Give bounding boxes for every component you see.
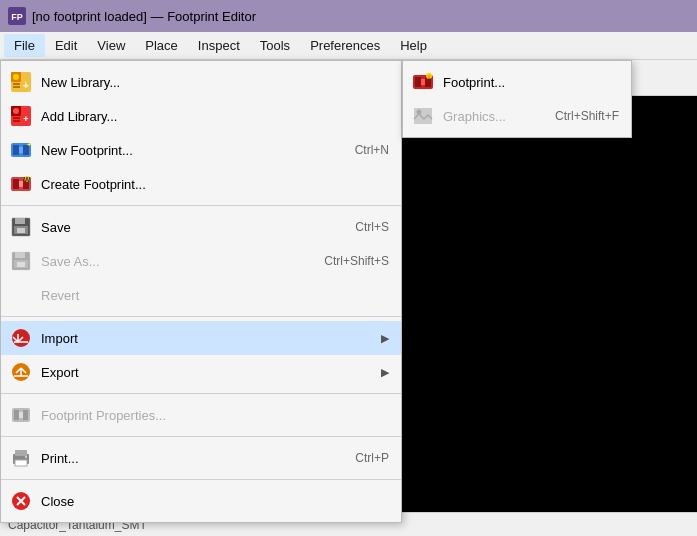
menu-edit[interactable]: Edit xyxy=(45,34,87,57)
menu-import[interactable]: Import ▶ xyxy=(1,321,401,355)
menu-export[interactable]: Export ▶ xyxy=(1,355,401,389)
create-footprint-icon: W xyxy=(9,172,33,196)
svg-rect-17 xyxy=(13,83,20,85)
svg-point-16 xyxy=(13,74,19,80)
import-footprint-icon: ↓ xyxy=(411,70,435,94)
menu-section-properties: Footprint Properties... xyxy=(1,394,401,437)
svg-text:FP: FP xyxy=(11,12,23,22)
svg-rect-50 xyxy=(23,410,28,420)
svg-rect-60 xyxy=(415,77,421,87)
title-bar-text: [no footprint loaded] — Footprint Editor xyxy=(32,9,256,24)
svg-text:W: W xyxy=(24,176,31,183)
add-library-icon: + xyxy=(9,104,33,128)
svg-rect-22 xyxy=(13,117,20,119)
revert-icon xyxy=(9,283,33,307)
save-shortcut: Ctrl+S xyxy=(355,220,389,234)
print-shortcut: Ctrl+P xyxy=(355,451,389,465)
menu-file[interactable]: File xyxy=(4,34,45,57)
menu-bar: File Edit View Place Inspect Tools Prefe… xyxy=(0,32,697,60)
new-footprint-icon: + xyxy=(9,138,33,162)
menu-section-print: Print... Ctrl+P xyxy=(1,437,401,480)
menu-place[interactable]: Place xyxy=(135,34,188,57)
svg-text:+: + xyxy=(27,140,32,149)
import-submenu: ↓ Footprint... Graphics... Ctrl+Shift+F xyxy=(402,60,632,138)
new-library-label: New Library... xyxy=(41,75,389,90)
create-footprint-label: Create Footprint... xyxy=(41,177,389,192)
submenu-import-graphics[interactable]: Graphics... Ctrl+Shift+F xyxy=(403,99,631,133)
menu-print[interactable]: Print... Ctrl+P xyxy=(1,441,401,475)
svg-rect-41 xyxy=(15,252,25,258)
menu-section-save: Save Ctrl+S Save As... Ctrl+Shift+S Reve… xyxy=(1,206,401,317)
svg-rect-54 xyxy=(15,460,27,466)
menu-section-import-export: Import ▶ Export ▶ xyxy=(1,317,401,394)
menu-section-close: Close xyxy=(1,480,401,522)
menu-inspect[interactable]: Inspect xyxy=(188,34,250,57)
svg-rect-28 xyxy=(19,147,23,153)
canvas-area[interactable] xyxy=(402,96,697,536)
svg-rect-43 xyxy=(17,262,25,267)
svg-rect-31 xyxy=(13,179,19,189)
svg-text:↓: ↓ xyxy=(427,73,431,80)
save-as-label: Save As... xyxy=(41,254,304,269)
import-graphics-label: Graphics... xyxy=(443,109,535,124)
close-icon xyxy=(9,489,33,513)
menu-add-library[interactable]: + Add Library... xyxy=(1,99,401,133)
import-graphics-shortcut: Ctrl+Shift+F xyxy=(555,109,619,123)
menu-create-footprint[interactable]: W Create Footprint... xyxy=(1,167,401,201)
menu-revert[interactable]: Revert xyxy=(1,278,401,312)
svg-rect-53 xyxy=(15,450,27,456)
export-icon xyxy=(9,360,33,384)
svg-rect-23 xyxy=(13,120,20,122)
new-footprint-shortcut: Ctrl+N xyxy=(355,143,389,157)
print-icon xyxy=(9,446,33,470)
import-icon xyxy=(9,326,33,350)
new-library-icon: + xyxy=(9,70,33,94)
svg-text:+: + xyxy=(23,80,29,91)
menu-save[interactable]: Save Ctrl+S xyxy=(1,210,401,244)
title-bar: FP [no footprint loaded] — Footprint Edi… xyxy=(0,0,697,32)
menu-new-footprint[interactable]: + New Footprint... Ctrl+N xyxy=(1,133,401,167)
svg-rect-33 xyxy=(19,181,23,187)
fp-properties-label: Footprint Properties... xyxy=(41,408,389,423)
svg-rect-26 xyxy=(13,145,19,155)
svg-rect-18 xyxy=(13,86,20,88)
svg-point-21 xyxy=(13,108,19,114)
svg-text:+: + xyxy=(23,114,28,124)
menu-help[interactable]: Help xyxy=(390,34,437,57)
export-arrow: ▶ xyxy=(381,366,389,379)
svg-rect-55 xyxy=(25,456,27,458)
menu-new-library[interactable]: + New Library... xyxy=(1,65,401,99)
svg-rect-37 xyxy=(15,218,25,224)
import-footprint-label: Footprint... xyxy=(443,75,619,90)
import-label: Import xyxy=(41,331,373,346)
close-label: Close xyxy=(41,494,389,509)
save-as-shortcut: Ctrl+Shift+S xyxy=(324,254,389,268)
add-library-label: Add Library... xyxy=(41,109,389,124)
save-icon xyxy=(9,215,33,239)
svg-rect-51 xyxy=(19,412,23,418)
app-icon: FP xyxy=(8,7,26,25)
svg-rect-49 xyxy=(14,410,19,420)
svg-rect-62 xyxy=(421,79,425,85)
menu-view[interactable]: View xyxy=(87,34,135,57)
submenu-import-footprint[interactable]: ↓ Footprint... xyxy=(403,65,631,99)
print-label: Print... xyxy=(41,451,335,466)
save-label: Save xyxy=(41,220,335,235)
file-menu-dropdown: + New Library... + Add Library.. xyxy=(0,60,402,523)
new-footprint-label: New Footprint... xyxy=(41,143,335,158)
menu-section-library: + New Library... + Add Library.. xyxy=(1,61,401,206)
menu-preferences[interactable]: Preferences xyxy=(300,34,390,57)
export-label: Export xyxy=(41,365,373,380)
menu-close[interactable]: Close xyxy=(1,484,401,518)
revert-label: Revert xyxy=(41,288,389,303)
menu-save-as[interactable]: Save As... Ctrl+Shift+S xyxy=(1,244,401,278)
menu-footprint-properties[interactable]: Footprint Properties... xyxy=(1,398,401,432)
menu-tools[interactable]: Tools xyxy=(250,34,300,57)
save-as-icon xyxy=(9,249,33,273)
svg-rect-39 xyxy=(17,228,25,233)
fp-properties-icon xyxy=(9,403,33,427)
import-graphics-icon xyxy=(411,104,435,128)
import-arrow: ▶ xyxy=(381,332,389,345)
